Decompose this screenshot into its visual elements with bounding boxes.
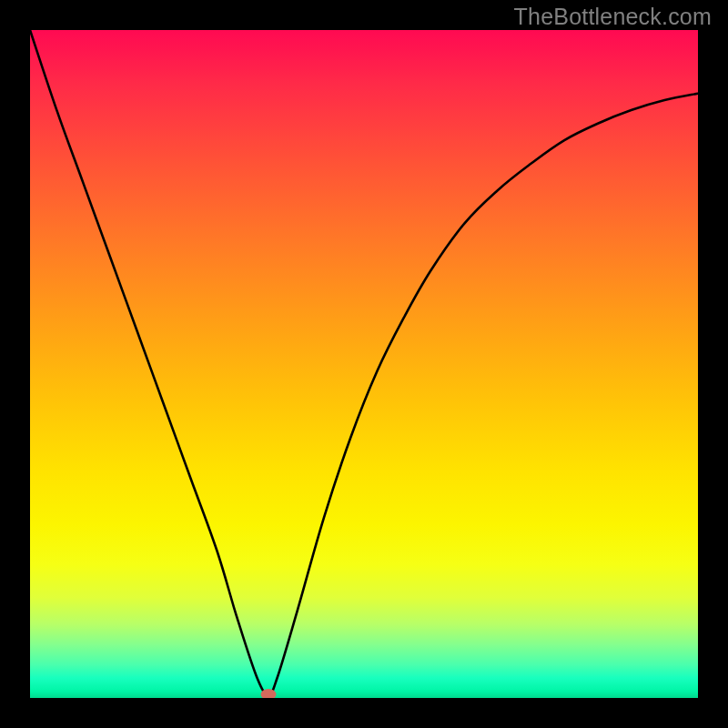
watermark-text: TheBottleneck.com <box>514 4 712 30</box>
bottleneck-curve-path <box>30 30 698 694</box>
chart-frame: TheBottleneck.com <box>0 0 728 728</box>
curve-svg <box>30 30 698 698</box>
optimum-marker <box>261 689 277 698</box>
plot-area <box>30 30 698 698</box>
